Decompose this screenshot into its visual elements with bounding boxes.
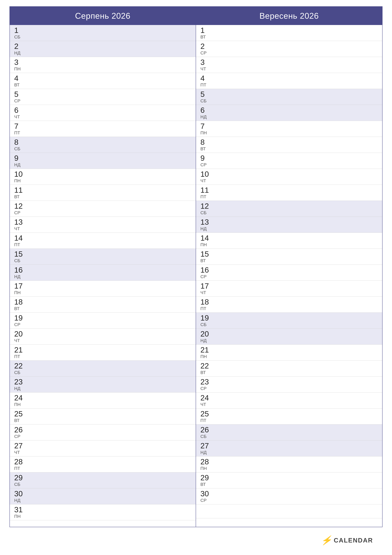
september-day-row: 18 ПТ (196, 297, 382, 313)
day-number: 7 (14, 123, 27, 130)
day-name: НД (200, 338, 213, 343)
day-name: ПН (200, 242, 213, 247)
day-number: 17 (200, 282, 213, 290)
day-number: 8 (14, 139, 27, 146)
day-name: ПН (14, 67, 27, 71)
august-days-list: 1 СБ 2 НД 3 ПН 4 ВТ 5 СР (10, 25, 196, 527)
day-name: ВТ (14, 418, 27, 423)
day-info: 10 ЧТ (200, 170, 213, 183)
august-day-row: 29 СБ (10, 472, 196, 488)
day-name: СР (14, 99, 27, 103)
day-name: СР (200, 51, 213, 55)
day-info: 20 ЧТ (14, 330, 27, 343)
day-info: 5 СР (14, 90, 27, 103)
day-name: СБ (200, 211, 213, 215)
day-info: 4 ВТ (14, 74, 27, 87)
day-info: 7 ПН (200, 123, 213, 135)
day-info: 20 НД (200, 330, 213, 343)
august-day-row: 6 ЧТ (10, 105, 196, 121)
august-day-row: 26 СР (10, 424, 196, 440)
day-number: 10 (200, 170, 213, 178)
day-name: СБ (14, 258, 27, 263)
august-day-row: 31 ПН (10, 504, 196, 520)
day-info: 2 НД (14, 43, 27, 55)
september-day-row: 3 ЧТ (196, 57, 382, 73)
day-name: СР (14, 322, 27, 327)
day-number: 15 (200, 250, 213, 258)
day-number: 20 (14, 330, 27, 338)
day-number: 2 (200, 43, 213, 50)
august-day-row: 10 ПН (10, 169, 196, 185)
day-name: ЧТ (14, 226, 27, 231)
august-day-row: 21 ПТ (10, 345, 196, 361)
day-name: ЧТ (14, 450, 27, 455)
august-day-row: 23 НД (10, 377, 196, 393)
day-number: 13 (200, 218, 213, 226)
day-number: 7 (200, 123, 213, 130)
day-number: 8 (200, 139, 213, 146)
day-number: 20 (200, 330, 213, 338)
day-number: 22 (200, 362, 213, 370)
day-name: СР (200, 386, 213, 391)
september-day-row: 5 СБ (196, 89, 382, 105)
day-name: ВТ (14, 195, 27, 199)
day-name: ЧТ (14, 338, 27, 343)
day-info: 18 ВТ (14, 298, 27, 311)
august-day-row: 4 ВТ (10, 73, 196, 89)
day-info: 16 НД (14, 266, 27, 279)
day-name: НД (14, 163, 27, 167)
day-name: ВТ (200, 147, 213, 151)
day-info: 12 СБ (200, 202, 213, 215)
august-day-row: 5 СР (10, 89, 196, 105)
day-name: ПТ (14, 466, 27, 471)
august-day-row: 8 СБ (10, 137, 196, 153)
day-info: 22 СБ (14, 362, 27, 375)
day-name: НД (200, 226, 213, 231)
day-info: 29 ВТ (200, 474, 213, 487)
day-name: ПН (200, 466, 213, 471)
day-number: 11 (14, 186, 27, 194)
day-info: 27 НД (200, 442, 213, 455)
day-number: 2 (14, 43, 27, 50)
day-name: СР (200, 163, 213, 167)
september-day-row: 6 НД (196, 105, 382, 121)
day-name: НД (200, 115, 213, 119)
day-info: 19 СР (14, 314, 27, 327)
august-day-row: 14 ПТ (10, 233, 196, 249)
august-day-row: 13 ЧТ (10, 217, 196, 233)
day-name: ПН (200, 131, 213, 135)
day-info: 25 ВТ (14, 410, 27, 423)
september-day-row: 4 ПТ (196, 73, 382, 89)
day-info: 15 ВТ (200, 250, 213, 263)
day-info: 26 СБ (200, 426, 213, 439)
day-name: ПН (200, 354, 213, 359)
day-number: 3 (200, 58, 213, 66)
august-day-row: 18 ВТ (10, 297, 196, 313)
september-day-row: 20 НД (196, 329, 382, 345)
day-name: НД (14, 386, 27, 391)
day-number: 21 (200, 346, 213, 354)
september-day-row: 27 НД (196, 440, 382, 456)
day-name: НД (14, 498, 27, 503)
day-number: 19 (200, 314, 213, 322)
day-info: 28 ПН (200, 458, 213, 471)
day-name: СБ (14, 35, 27, 39)
day-number: 14 (200, 234, 213, 242)
day-info: 12 СР (14, 202, 27, 215)
august-column: Серпень 2026 1 СБ 2 НД 3 ПН 4 ВТ 5 (10, 7, 196, 527)
day-info: 9 НД (14, 154, 27, 167)
day-name: СБ (14, 482, 27, 487)
day-number: 12 (200, 202, 213, 210)
day-number: 27 (200, 442, 213, 450)
september-day-row: 12 СБ (196, 201, 382, 217)
day-name: СБ (14, 147, 27, 151)
day-info: 13 ЧТ (14, 218, 27, 231)
day-number: 25 (14, 410, 27, 418)
day-info: 21 ПТ (14, 346, 27, 359)
september-day-row: 7 ПН (196, 121, 382, 137)
day-number: 13 (14, 218, 27, 226)
day-number: 28 (14, 458, 27, 466)
day-info: 15 СБ (14, 250, 27, 263)
day-number: 21 (14, 346, 27, 354)
september-day-row: 13 НД (196, 217, 382, 233)
